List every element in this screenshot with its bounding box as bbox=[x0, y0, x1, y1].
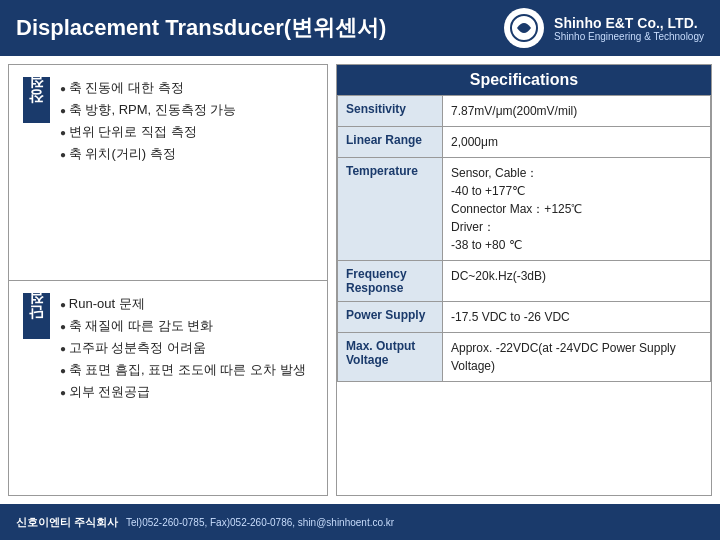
company-logo: Shinho E&T Co., LTD. Shinho Engineering … bbox=[504, 8, 704, 48]
company-sub: Shinho Engineering & Technology bbox=[554, 31, 704, 42]
specs-title: Specifications bbox=[337, 65, 711, 95]
footer-company: 신호이엔티 주식회사 bbox=[16, 515, 118, 530]
main-content: 장점 축 진동에 대한 측정 축 방향, RPM, 진동측정 가능 변위 단위로… bbox=[0, 56, 720, 504]
spec-label: Power Supply bbox=[338, 302, 443, 333]
specs-panel: Specifications Sensitivity 7.87mV/μm(200… bbox=[336, 64, 712, 496]
table-row: Max. Output Voltage Approx. -22VDC(at -2… bbox=[338, 333, 711, 382]
spec-value: 2,000μm bbox=[443, 127, 711, 158]
footer-contact: Tel)052-260-0785, Fax)052-260-0786, shin… bbox=[126, 517, 394, 528]
logo-icon bbox=[504, 8, 544, 48]
footer: 신호이엔티 주식회사 Tel)052-260-0785, Fax)052-260… bbox=[0, 504, 720, 540]
spec-value: DC~20k.Hz(-3dB) bbox=[443, 261, 711, 302]
disadvantages-list: Run-out 문제 축 재질에 따른 감도 변화 고주파 성분측정 어려움 축… bbox=[56, 293, 313, 403]
advantages-content: 축 진동에 대한 측정 축 방향, RPM, 진동측정 가능 변위 단위로 직접… bbox=[56, 77, 313, 165]
table-row: Power Supply -17.5 VDC to -26 VDC bbox=[338, 302, 711, 333]
spec-label: Temperature bbox=[338, 158, 443, 261]
list-item: 외부 전원공급 bbox=[56, 381, 313, 403]
list-item: 축 표면 흠집, 표면 조도에 따른 오차 발생 bbox=[56, 359, 313, 381]
page-title: Displacement Transducer(변위센서) bbox=[16, 13, 386, 43]
list-item: 고주파 성분측정 어려움 bbox=[56, 337, 313, 359]
disadvantages-label: 단점 bbox=[23, 293, 50, 339]
company-info: Shinho E&T Co., LTD. Shinho Engineering … bbox=[554, 15, 704, 42]
spec-value: Approx. -22VDC(at -24VDC Power Supply Vo… bbox=[443, 333, 711, 382]
spec-label: Linear Range bbox=[338, 127, 443, 158]
spec-label: Sensitivity bbox=[338, 96, 443, 127]
advantages-section: 장점 축 진동에 대한 측정 축 방향, RPM, 진동측정 가능 변위 단위로… bbox=[9, 65, 327, 281]
list-item: 축 재질에 따른 감도 변화 bbox=[56, 315, 313, 337]
advantages-list: 축 진동에 대한 측정 축 방향, RPM, 진동측정 가능 변위 단위로 직접… bbox=[56, 77, 313, 165]
list-item: Run-out 문제 bbox=[56, 293, 313, 315]
table-row: Sensitivity 7.87mV/μm(200mV/mil) bbox=[338, 96, 711, 127]
spec-value: Sensor, Cable： -40 to +177℃ Connector Ma… bbox=[443, 158, 711, 261]
spec-value: -17.5 VDC to -26 VDC bbox=[443, 302, 711, 333]
advantages-label: 장점 bbox=[23, 77, 50, 123]
specs-table: Sensitivity 7.87mV/μm(200mV/mil) Linear … bbox=[337, 95, 711, 382]
list-item: 축 진동에 대한 측정 bbox=[56, 77, 313, 99]
spec-value: 7.87mV/μm(200mV/mil) bbox=[443, 96, 711, 127]
list-item: 축 방향, RPM, 진동측정 가능 bbox=[56, 99, 313, 121]
table-row: Temperature Sensor, Cable： -40 to +177℃ … bbox=[338, 158, 711, 261]
left-panel: 장점 축 진동에 대한 측정 축 방향, RPM, 진동측정 가능 변위 단위로… bbox=[8, 64, 328, 496]
disadvantages-section: 단점 Run-out 문제 축 재질에 따른 감도 변화 고주파 성분측정 어려… bbox=[9, 281, 327, 496]
table-row: Frequency Response DC~20k.Hz(-3dB) bbox=[338, 261, 711, 302]
spec-label: Frequency Response bbox=[338, 261, 443, 302]
list-item: 변위 단위로 직접 측정 bbox=[56, 121, 313, 143]
header: Displacement Transducer(변위센서) Shinho E&T… bbox=[0, 0, 720, 56]
disadvantages-content: Run-out 문제 축 재질에 따른 감도 변화 고주파 성분측정 어려움 축… bbox=[56, 293, 313, 403]
table-row: Linear Range 2,000μm bbox=[338, 127, 711, 158]
company-name: Shinho E&T Co., LTD. bbox=[554, 15, 704, 31]
list-item: 축 위치(거리) 측정 bbox=[56, 143, 313, 165]
spec-label: Max. Output Voltage bbox=[338, 333, 443, 382]
